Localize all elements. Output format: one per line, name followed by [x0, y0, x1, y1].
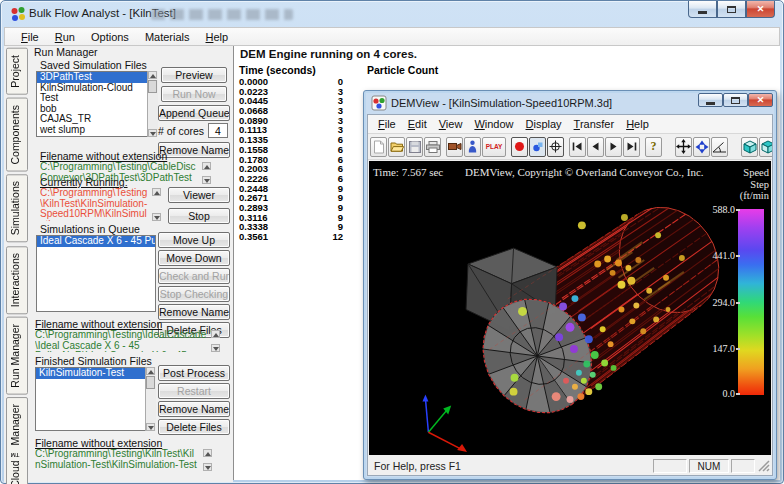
menu-item[interactable]: Window: [468, 116, 519, 132]
menu-item[interactable]: Run: [47, 29, 83, 45]
preview-button[interactable]: Preview: [161, 67, 227, 83]
finished-button[interactable]: Delete Files: [158, 419, 230, 435]
menu-item[interactable]: Edit: [402, 116, 433, 132]
list-item[interactable]: wet slump: [37, 125, 147, 136]
demview-titlebar[interactable]: DEMView - [KilnSimulation-Speed10RPM.3d]…: [367, 93, 773, 114]
path-scroll[interactable]: [203, 449, 212, 471]
menu-item[interactable]: File: [13, 29, 47, 45]
queue-button[interactable]: Stop Checking: [158, 286, 230, 302]
cores-input[interactable]: [208, 123, 228, 138]
scroll-down-icon[interactable]: [148, 129, 157, 137]
path-scroll[interactable]: [202, 162, 211, 184]
demview-close-button[interactable]: ✕: [748, 93, 773, 107]
finished-listbox[interactable]: KilnSimulation-Test: [35, 367, 156, 431]
skip-start-icon: [572, 142, 583, 151]
menu-item[interactable]: Display: [520, 116, 568, 132]
movie-export-button[interactable]: [446, 137, 463, 157]
scrollbar-thumb[interactable]: [148, 80, 157, 93]
last-frame-button[interactable]: [623, 137, 640, 157]
menu-item[interactable]: Transfer: [568, 116, 621, 132]
stop-button[interactable]: Stop: [168, 208, 230, 224]
queue-button[interactable]: Move Up: [158, 232, 230, 248]
finished-button[interactable]: Post Process: [158, 365, 230, 381]
queue-button[interactable]: Move Down: [158, 250, 230, 266]
queue-listbox[interactable]: Ideal Cascade X 6 - 45 PulleyNoR: [36, 235, 156, 312]
pan-button[interactable]: [675, 137, 692, 157]
finished-button[interactable]: Remove Name: [158, 401, 230, 417]
view-cube-front-button[interactable]: [741, 137, 758, 157]
scrollbar-thumb[interactable]: [146, 376, 155, 389]
resize-grip[interactable]: [757, 459, 770, 472]
particle-icon: [532, 141, 544, 153]
side-tab[interactable]: Interactions: [6, 246, 28, 314]
open-button[interactable]: [388, 137, 405, 157]
print-button[interactable]: [424, 137, 441, 157]
viewer-button[interactable]: Viewer: [168, 187, 230, 203]
saved-files-listbox[interactable]: 3DPathTestKilnSimulation-CloudTestbobCAJ…: [36, 71, 158, 137]
finished-scrollbar[interactable]: [145, 367, 156, 431]
menu-item[interactable]: File: [372, 116, 402, 132]
save-button[interactable]: [406, 137, 423, 157]
step-forward-button[interactable]: [605, 137, 622, 157]
run-now-button[interactable]: Run Now: [161, 86, 227, 102]
queue-button[interactable]: Remove Name: [158, 304, 230, 320]
maximize-icon: [727, 6, 736, 13]
angle-measure-button[interactable]: [711, 137, 728, 157]
list-item[interactable]: Ideal Cascade X 6 - 45 PulleyNoR: [37, 236, 155, 247]
menu-item[interactable]: Materials: [137, 29, 198, 45]
side-tab[interactable]: Project: [6, 48, 28, 95]
side-tab[interactable]: Components: [6, 98, 28, 172]
queue-button[interactable]: Check and Run: [158, 268, 230, 284]
center-view-button[interactable]: [547, 137, 564, 157]
path-scroll[interactable]: [152, 188, 161, 221]
scroll-up-icon[interactable]: [146, 367, 155, 375]
zoom-extents-button[interactable]: [693, 137, 710, 157]
scroll-down-icon[interactable]: [203, 463, 212, 471]
record-button[interactable]: [511, 137, 528, 157]
first-frame-button[interactable]: [569, 137, 586, 157]
side-tab[interactable]: Simulations: [6, 174, 28, 242]
close-button[interactable]: ✕: [746, 1, 775, 18]
menu-item[interactable]: Help: [198, 29, 237, 45]
particles-toggle-button[interactable]: [529, 137, 546, 157]
avatar-view-button[interactable]: [464, 137, 481, 157]
list-item[interactable]: CAJAS_TR: [37, 114, 147, 125]
scroll-up-icon[interactable]: [203, 449, 212, 457]
scroll-down-icon[interactable]: [202, 176, 211, 184]
list-item[interactable]: 3DPathTest: [37, 72, 147, 83]
finished-button[interactable]: Restart: [158, 383, 230, 399]
saved-files-scrollbar[interactable]: [147, 71, 158, 137]
scroll-down-icon[interactable]: [146, 423, 155, 431]
demview-minimize-button[interactable]: [698, 93, 723, 107]
play-button[interactable]: PLAY: [482, 137, 506, 157]
main-titlebar[interactable]: Bulk Flow Analyst - [KilnTest] ✕: [1, 1, 783, 27]
path-scroll[interactable]: [211, 330, 220, 352]
step-back-button[interactable]: [587, 137, 604, 157]
menu-item[interactable]: View: [433, 116, 469, 132]
side-tab[interactable]: DEM Cloud™ Manager: [6, 397, 28, 484]
scroll-up-icon[interactable]: [152, 188, 161, 196]
scroll-up-icon[interactable]: [211, 330, 220, 338]
scroll-up-icon[interactable]: [148, 71, 157, 79]
new-button[interactable]: [370, 137, 387, 157]
scroll-down-icon[interactable]: [211, 344, 220, 352]
menu-item[interactable]: Options: [83, 29, 137, 45]
help-button[interactable]: ?: [645, 137, 662, 157]
maximize-button[interactable]: [717, 1, 746, 18]
side-tab[interactable]: Run Manager: [6, 317, 28, 395]
list-item[interactable]: KilnSimulation-Test: [36, 368, 145, 379]
scroll-up-icon[interactable]: [202, 162, 211, 170]
minimize-button[interactable]: [688, 1, 717, 18]
menu-item[interactable]: Help: [620, 116, 655, 132]
demview-maximize-button[interactable]: [723, 93, 748, 107]
count-cell: 0: [301, 77, 343, 87]
queue-filename-path: C:\Programming\Testing\IdealCascade\Idea…: [35, 330, 207, 352]
remove-name-button[interactable]: Remove Name: [158, 142, 230, 158]
finished-buttons: Post ProcessRestartRemove NameDelete Fil…: [158, 365, 230, 435]
3d-viewport[interactable]: Time: 7.567 sec DEMView, Copyright © Ove…: [369, 161, 771, 455]
count-cell: 3: [301, 116, 343, 126]
append-queue-button[interactable]: Append Queue: [158, 105, 230, 121]
scroll-down-icon[interactable]: [152, 213, 161, 221]
view-cube-back-button[interactable]: [759, 137, 772, 157]
list-item[interactable]: Test: [37, 93, 147, 104]
